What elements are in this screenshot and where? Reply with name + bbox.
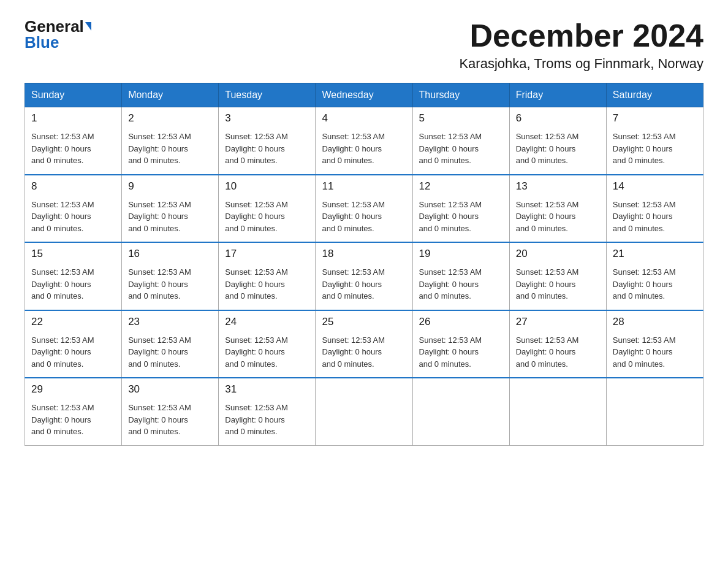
sunset-text: Sunset: 12:53 AM [31, 132, 94, 141]
minutes-text: and 0 minutes. [128, 427, 180, 436]
day-info: Sunset: 12:53 AMDaylight: 0 hoursand 0 m… [128, 266, 212, 302]
sunset-text: Sunset: 12:53 AM [225, 403, 288, 412]
day-info: Sunset: 12:53 AMDaylight: 0 hoursand 0 m… [31, 402, 115, 438]
day-number: 7 [613, 112, 697, 124]
table-row [606, 378, 703, 445]
table-row: 14Sunset: 12:53 AMDaylight: 0 hoursand 0… [606, 175, 703, 243]
table-row: 22Sunset: 12:53 AMDaylight: 0 hoursand 0… [25, 310, 122, 378]
day-info: Sunset: 12:53 AMDaylight: 0 hoursand 0 m… [128, 199, 212, 235]
minutes-text: and 0 minutes. [516, 156, 568, 165]
location-text: Karasjohka, Troms og Finnmark, Norway [459, 56, 703, 72]
sunset-text: Sunset: 12:53 AM [225, 132, 288, 141]
day-number: 13 [516, 180, 600, 193]
day-info: Sunset: 12:53 AMDaylight: 0 hoursand 0 m… [419, 266, 503, 302]
day-number: 12 [419, 180, 503, 193]
daylight-text: Daylight: 0 hours [419, 347, 479, 356]
daylight-text: Daylight: 0 hours [613, 280, 673, 289]
minutes-text: and 0 minutes. [225, 427, 277, 436]
sunset-text: Sunset: 12:53 AM [31, 267, 94, 277]
table-row: 30Sunset: 12:53 AMDaylight: 0 hoursand 0… [122, 378, 219, 445]
daylight-text: Daylight: 0 hours [31, 347, 91, 356]
minutes-text: and 0 minutes. [516, 359, 568, 369]
logo-general-text: General [25, 18, 84, 34]
day-info: Sunset: 12:53 AMDaylight: 0 hoursand 0 m… [516, 334, 600, 370]
minutes-text: and 0 minutes. [128, 156, 180, 165]
day-info: Sunset: 12:53 AMDaylight: 0 hoursand 0 m… [613, 266, 697, 302]
sunset-text: Sunset: 12:53 AM [31, 200, 94, 209]
day-info: Sunset: 12:53 AMDaylight: 0 hoursand 0 m… [225, 402, 309, 438]
table-row: 21Sunset: 12:53 AMDaylight: 0 hoursand 0… [606, 242, 703, 310]
day-info: Sunset: 12:53 AMDaylight: 0 hoursand 0 m… [516, 131, 600, 167]
logo-triangle-icon [85, 22, 91, 31]
table-row: 12Sunset: 12:53 AMDaylight: 0 hoursand 0… [412, 175, 509, 243]
daylight-text: Daylight: 0 hours [128, 280, 188, 289]
day-info: Sunset: 12:53 AMDaylight: 0 hoursand 0 m… [128, 402, 212, 438]
table-row: 18Sunset: 12:53 AMDaylight: 0 hoursand 0… [316, 242, 412, 310]
table-row: 1Sunset: 12:53 AMDaylight: 0 hoursand 0 … [25, 107, 122, 175]
calendar-week-row: 8Sunset: 12:53 AMDaylight: 0 hoursand 0 … [25, 175, 703, 243]
daylight-text: Daylight: 0 hours [322, 144, 382, 153]
table-row [316, 378, 412, 445]
daylight-text: Daylight: 0 hours [322, 347, 382, 356]
day-info: Sunset: 12:53 AMDaylight: 0 hoursand 0 m… [31, 131, 115, 167]
minutes-text: and 0 minutes. [225, 224, 277, 233]
table-row: 29Sunset: 12:53 AMDaylight: 0 hoursand 0… [25, 378, 122, 445]
daylight-text: Daylight: 0 hours [613, 212, 673, 221]
daylight-text: Daylight: 0 hours [225, 347, 285, 356]
day-number: 23 [128, 316, 212, 328]
minutes-text: and 0 minutes. [128, 359, 180, 369]
minutes-text: and 0 minutes. [613, 291, 665, 301]
header-area: General Blue December 2024 Karasjohka, T… [25, 18, 703, 72]
daylight-text: Daylight: 0 hours [128, 212, 188, 221]
minutes-text: and 0 minutes. [225, 359, 277, 369]
minutes-text: and 0 minutes. [322, 291, 374, 301]
minutes-text: and 0 minutes. [613, 224, 665, 233]
day-info: Sunset: 12:53 AMDaylight: 0 hoursand 0 m… [516, 199, 600, 235]
table-row: 7Sunset: 12:53 AMDaylight: 0 hoursand 0 … [606, 107, 703, 175]
day-number: 4 [322, 112, 406, 124]
col-tuesday: Tuesday [219, 83, 316, 107]
table-row: 27Sunset: 12:53 AMDaylight: 0 hoursand 0… [509, 310, 606, 378]
day-info: Sunset: 12:53 AMDaylight: 0 hoursand 0 m… [516, 266, 600, 302]
sunset-text: Sunset: 12:53 AM [128, 267, 191, 277]
table-row: 5Sunset: 12:53 AMDaylight: 0 hoursand 0 … [412, 107, 509, 175]
sunset-text: Sunset: 12:53 AM [322, 267, 385, 277]
sunset-text: Sunset: 12:53 AM [613, 335, 676, 345]
minutes-text: and 0 minutes. [613, 359, 665, 369]
table-row: 15Sunset: 12:53 AMDaylight: 0 hoursand 0… [25, 242, 122, 310]
day-info: Sunset: 12:53 AMDaylight: 0 hoursand 0 m… [225, 131, 309, 167]
sunset-text: Sunset: 12:53 AM [322, 200, 385, 209]
day-info: Sunset: 12:53 AMDaylight: 0 hoursand 0 m… [31, 334, 115, 370]
sunset-text: Sunset: 12:53 AM [31, 335, 94, 345]
sunset-text: Sunset: 12:53 AM [613, 200, 676, 209]
minutes-text: and 0 minutes. [613, 156, 665, 165]
month-year-title: December 2024 [459, 18, 703, 53]
minutes-text: and 0 minutes. [322, 156, 374, 165]
day-number: 9 [128, 180, 212, 193]
sunset-text: Sunset: 12:53 AM [419, 267, 482, 277]
daylight-text: Daylight: 0 hours [516, 347, 576, 356]
col-monday: Monday [122, 83, 219, 107]
table-row: 25Sunset: 12:53 AMDaylight: 0 hoursand 0… [316, 310, 412, 378]
day-number: 27 [516, 316, 600, 328]
calendar-table: Sunday Monday Tuesday Wednesday Thursday… [25, 83, 703, 446]
table-row: 31Sunset: 12:53 AMDaylight: 0 hoursand 0… [219, 378, 316, 445]
minutes-text: and 0 minutes. [419, 359, 471, 369]
table-row: 24Sunset: 12:53 AMDaylight: 0 hoursand 0… [219, 310, 316, 378]
day-info: Sunset: 12:53 AMDaylight: 0 hoursand 0 m… [322, 131, 406, 167]
day-info: Sunset: 12:53 AMDaylight: 0 hoursand 0 m… [225, 266, 309, 302]
day-number: 21 [613, 248, 697, 260]
day-number: 2 [128, 112, 212, 124]
sunset-text: Sunset: 12:53 AM [31, 403, 94, 412]
daylight-text: Daylight: 0 hours [225, 280, 285, 289]
table-row: 8Sunset: 12:53 AMDaylight: 0 hoursand 0 … [25, 175, 122, 243]
day-number: 28 [613, 316, 697, 328]
title-area: December 2024 Karasjohka, Troms og Finnm… [459, 18, 703, 72]
sunset-text: Sunset: 12:53 AM [128, 200, 191, 209]
day-info: Sunset: 12:53 AMDaylight: 0 hoursand 0 m… [613, 131, 697, 167]
sunset-text: Sunset: 12:53 AM [322, 335, 385, 345]
day-number: 6 [516, 112, 600, 124]
table-row [412, 378, 509, 445]
minutes-text: and 0 minutes. [322, 224, 374, 233]
calendar-week-row: 29Sunset: 12:53 AMDaylight: 0 hoursand 0… [25, 378, 703, 445]
